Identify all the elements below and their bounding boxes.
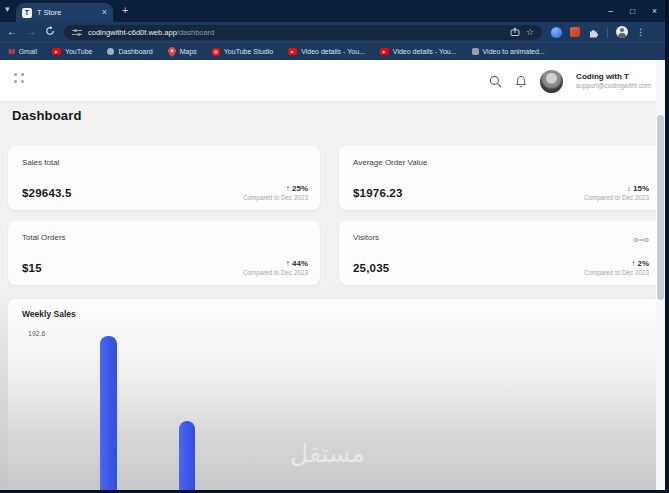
bookmark-label: Maps — [180, 48, 197, 55]
bookmark-maps[interactable]: Maps — [168, 47, 197, 57]
bookmark-label: Video details - You... — [301, 48, 365, 55]
card-delta-block: ↓ 15% Compared to Dec 2023 — [584, 184, 649, 201]
card-delta-block: ↑ 25% Compared to Dec 2023 — [243, 184, 308, 201]
bookmark-label: YouTube — [65, 48, 93, 55]
dashboard-page: Coding with T support@codingwitht.com Da… — [0, 60, 665, 490]
card-label: Sales total — [22, 158, 59, 167]
maximize-button[interactable]: □ — [630, 7, 635, 16]
youtube-studio-icon: ⚙ — [212, 48, 220, 56]
app-header: Coding with T support@codingwitht.com — [0, 60, 665, 102]
forward-button[interactable]: → — [26, 27, 36, 37]
card-compare-text: Compared to Dec 2023 — [243, 194, 308, 201]
bookmark-video-details-1[interactable]: ▶ Video details - You... — [288, 48, 365, 55]
bookmark-youtube-studio[interactable]: ⚙ YouTube Studio — [212, 48, 273, 56]
site-info-icon[interactable] — [72, 28, 82, 37]
card-compare-text: Compared to Dec 2023 — [584, 269, 649, 276]
bookmark-label: Video to animated... — [483, 48, 545, 55]
bookmark-youtube[interactable]: ▶ YouTube — [52, 48, 93, 55]
watermark-text: مستقل — [290, 439, 365, 468]
user-name: Coding with T — [576, 72, 651, 82]
youtube-icon: ▶ — [52, 48, 61, 55]
bookmark-video-to-animated[interactable]: Video to animated... — [472, 48, 545, 55]
card-delta: ↑ 25% — [243, 184, 308, 193]
delta-arrow-up-icon: ↑ — [286, 259, 290, 268]
bookmarks-bar: M Gmail ▶ YouTube Dashboard Maps ⚙ YouTu… — [0, 42, 665, 60]
toolbar-divider — [607, 27, 608, 38]
card-delta-block: ↑ 44% Compared to Dec 2023 — [243, 259, 308, 276]
browser-tab-strip: ▾ T T Store × + – □ × — [0, 0, 665, 22]
gmail-icon: M — [8, 48, 15, 56]
window-controls: – □ × — [608, 0, 657, 22]
youtube-icon: ▶ — [288, 48, 297, 55]
dashboard-favicon-icon — [107, 48, 114, 55]
card-delta: ↓ 15% — [584, 184, 649, 193]
delta-percent: 15% — [633, 184, 649, 193]
browser-profile-avatar[interactable] — [616, 26, 628, 38]
bookmark-star-icon[interactable]: ☆ — [526, 28, 534, 37]
tab-close-button[interactable]: × — [102, 8, 107, 17]
delta-percent: 44% — [292, 259, 308, 268]
generic-favicon-icon — [472, 48, 479, 55]
scrollbar-track[interactable] — [656, 60, 665, 490]
page-title: Dashboard — [12, 108, 82, 123]
maps-pin-icon — [168, 47, 176, 57]
bookmark-dashboard[interactable]: Dashboard — [107, 48, 152, 55]
extensions-puzzle-icon[interactable] — [588, 27, 599, 38]
card-value: 25,035 — [353, 262, 389, 274]
delta-arrow-up-icon: ↑ — [286, 184, 290, 193]
bookmark-gmail[interactable]: M Gmail — [8, 48, 37, 56]
delta-percent: 2% — [637, 259, 649, 268]
bookmark-video-details-2[interactable]: ▶ Video details - You... — [380, 48, 457, 55]
card-compare-text: Compared to Dec 2023 — [584, 194, 649, 201]
site-favicon-icon: T — [22, 8, 32, 18]
card-label: Visitors — [353, 233, 379, 242]
address-bar[interactable]: codingwitht-c6d0f.web.app/dashboard ☆ — [64, 25, 542, 40]
stat-card-sales-total: Sales total $29643.5 ↑ 25% Compared to D… — [8, 146, 320, 210]
horizontal-resize-cursor-icon — [633, 230, 649, 248]
back-button[interactable]: ← — [7, 27, 17, 37]
card-label: Average Order Value — [353, 158, 427, 167]
stat-card-total-orders: Total Orders $15 ↑ 44% Compared to Dec 2… — [8, 221, 320, 285]
youtube-icon: ▶ — [380, 48, 389, 55]
chart-title: Weekly Sales — [22, 309, 76, 319]
close-button[interactable]: × — [652, 7, 657, 16]
search-icon[interactable] — [489, 75, 502, 88]
new-tab-button[interactable]: + — [122, 4, 128, 16]
extensions-area: ⋮ — [551, 26, 645, 38]
scrollbar-thumb[interactable] — [657, 115, 664, 300]
share-icon[interactable] — [510, 27, 520, 37]
bookmark-label: Gmail — [19, 48, 37, 55]
reload-icon — [45, 26, 55, 36]
weekly-sales-bar — [179, 421, 195, 490]
header-actions: Coding with T support@codingwitht.com — [489, 60, 651, 102]
bookmark-label: Dashboard — [118, 48, 152, 55]
delta-arrow-up-icon: ↑ — [631, 259, 635, 268]
minimize-button[interactable]: – — [608, 7, 613, 16]
y-axis-tick-label: 192.6 — [28, 330, 46, 337]
card-delta-block: ↑ 2% Compared to Dec 2023 — [584, 259, 649, 276]
card-value: $29643.5 — [22, 187, 72, 199]
card-value: $15 — [22, 262, 42, 274]
url-text: codingwitht-c6d0f.web.app/dashboard — [88, 28, 504, 37]
reload-button[interactable] — [45, 26, 55, 38]
browser-menu-icon[interactable]: ⋮ — [636, 28, 645, 37]
tab-title: T Store — [37, 8, 97, 17]
user-avatar[interactable] — [540, 70, 563, 93]
tab-search-chevron-icon[interactable]: ▾ — [5, 4, 10, 14]
bookmark-label: Video details - You... — [393, 48, 457, 55]
browser-toolbar: ← → codingwitht-c6d0f.web.app/dashboard … — [0, 22, 665, 42]
extension-blue-icon[interactable] — [551, 27, 562, 38]
notifications-bell-icon[interactable] — [515, 75, 527, 88]
delta-percent: 25% — [292, 184, 308, 193]
card-label: Total Orders — [22, 233, 66, 242]
user-info[interactable]: Coding with T support@codingwitht.com — [576, 72, 651, 89]
card-delta: ↑ 44% — [243, 259, 308, 268]
browser-tab[interactable]: T T Store × — [16, 3, 113, 22]
app-menu-grid-icon[interactable] — [14, 73, 24, 83]
card-delta: ↑ 2% — [584, 259, 649, 268]
weekly-sales-chart-card: Weekly Sales 192.6 مستقل — [8, 299, 661, 490]
extension-orange-icon[interactable] — [570, 27, 580, 37]
stat-card-visitors: Visitors 25,035 ↑ 2% Compared to Dec 202… — [339, 221, 661, 285]
user-email: support@codingwitht.com — [576, 82, 651, 90]
card-compare-text: Compared to Dec 2023 — [243, 269, 308, 276]
